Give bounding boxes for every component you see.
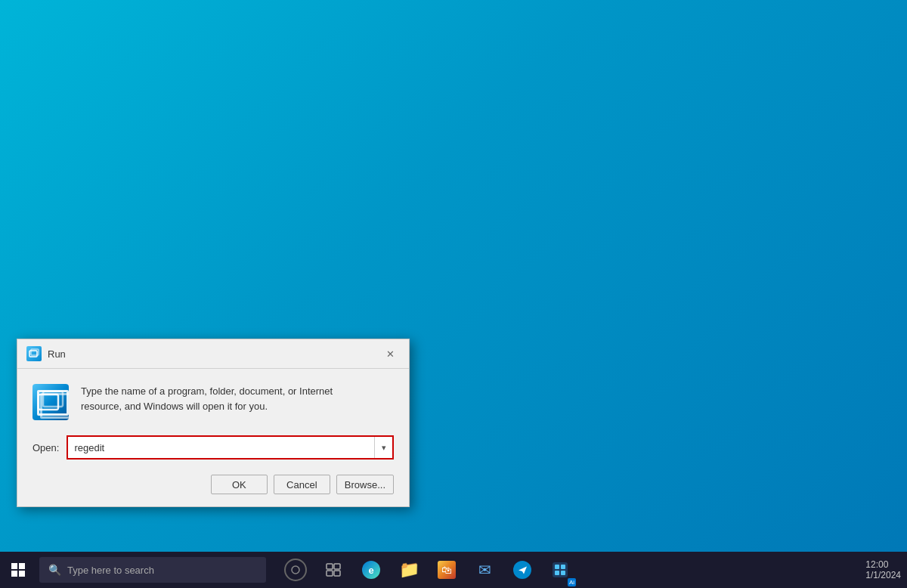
mail-icon: ✉	[478, 561, 491, 579]
agent-button[interactable]: Ai	[543, 552, 577, 588]
run-input[interactable]	[68, 437, 374, 458]
svg-rect-8	[334, 571, 340, 576]
svg-rect-5	[327, 564, 333, 569]
run-open-label: Open:	[33, 442, 59, 453]
svg-rect-7	[327, 571, 333, 576]
svg-rect-11	[561, 565, 565, 569]
edge-icon: e	[362, 561, 380, 579]
store-button[interactable]: 🛍	[429, 552, 464, 588]
task-view-icon	[326, 563, 341, 577]
search-icon: 🔍	[48, 564, 61, 576]
telegram-icon	[513, 561, 531, 579]
run-app-icon	[26, 346, 42, 361]
run-titlebar-left: Run	[26, 346, 66, 361]
svg-rect-2	[39, 395, 58, 410]
run-body: Type the name of a program, folder, docu…	[17, 369, 409, 506]
windows-logo-icon	[11, 563, 25, 577]
svg-rect-12	[555, 571, 559, 575]
agent-icon	[551, 561, 569, 579]
file-explorer-button[interactable]: 📁	[392, 552, 426, 588]
ai-badge: Ai	[568, 578, 576, 586]
run-title: Run	[48, 348, 66, 360]
clock: 12:001/1/2024	[865, 559, 901, 580]
start-button[interactable]	[0, 552, 36, 588]
cortana-icon	[284, 559, 307, 581]
mail-button[interactable]: ✉	[467, 552, 502, 588]
svg-rect-3	[43, 391, 63, 407]
system-tray: 12:001/1/2024	[865, 559, 907, 580]
run-titlebar: Run ✕	[17, 339, 409, 369]
run-dropdown-button[interactable]: ▾	[374, 437, 392, 458]
run-close-button[interactable]: ✕	[380, 345, 400, 362]
telegram-button[interactable]	[505, 552, 540, 588]
edge-button[interactable]: e	[354, 552, 388, 588]
run-open-row: Open: ▾	[33, 435, 394, 460]
run-browse-button[interactable]: Browse...	[336, 475, 394, 494]
svg-rect-6	[334, 564, 340, 569]
run-input-wrapper: ▾	[67, 435, 394, 460]
svg-rect-10	[555, 565, 559, 569]
taskbar: 🔍 Type here to search	[0, 552, 907, 588]
run-big-icon	[33, 384, 69, 420]
run-buttons: OK Cancel Browse...	[33, 475, 394, 494]
run-ok-button[interactable]: OK	[211, 475, 268, 494]
store-icon: 🛍	[438, 561, 456, 579]
run-cancel-button[interactable]: Cancel	[274, 475, 330, 494]
svg-rect-13	[561, 571, 565, 575]
cortana-button[interactable]	[278, 552, 313, 588]
run-content-area: Type the name of a program, folder, docu…	[33, 384, 394, 420]
taskbar-pinned-apps: e 📁 🛍 ✉	[278, 552, 577, 588]
desktop: Run ✕ Type the name of a program, folder…	[0, 0, 907, 588]
svg-rect-9	[553, 562, 568, 577]
run-dialog: Run ✕ Type the name of a program, folder…	[17, 339, 410, 507]
task-view-button[interactable]	[316, 552, 351, 588]
taskbar-search-bar[interactable]: 🔍 Type here to search	[39, 557, 266, 583]
folder-icon: 📁	[399, 560, 419, 580]
taskbar-search-placeholder: Type here to search	[67, 565, 154, 576]
run-description: Type the name of a program, folder, docu…	[81, 384, 333, 413]
svg-point-4	[292, 566, 299, 574]
